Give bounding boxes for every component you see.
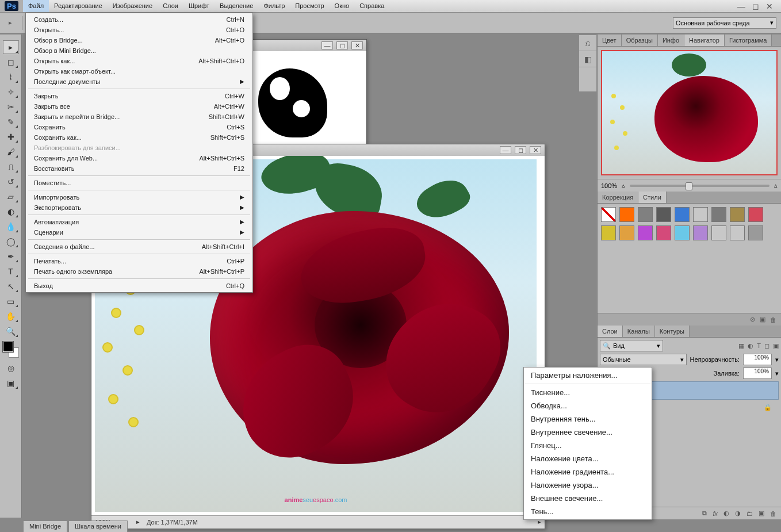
- brush-tool[interactable]: 🖌: [3, 145, 19, 159]
- file-menu-item[interactable]: Открыть как смарт-объект...: [26, 66, 252, 76]
- tab-histogram[interactable]: Гистограмма: [725, 35, 772, 46]
- file-menu-item[interactable]: Создать...Ctrl+N: [26, 14, 252, 25]
- hand-tool[interactable]: ✋: [3, 309, 19, 323]
- file-menu-dropdown[interactable]: Создать...Ctrl+NОткрыть...Ctrl+OОбзор в …: [25, 13, 253, 293]
- style-swatch[interactable]: [748, 225, 763, 240]
- fx-menu-item[interactable]: Наложение цвета...: [524, 452, 652, 465]
- file-menu-item[interactable]: Автоматизация▶: [26, 217, 252, 227]
- styles-new-icon[interactable]: ▣: [760, 316, 765, 323]
- menu-filter[interactable]: Фильтр: [258, 0, 290, 12]
- maximize-icon[interactable]: ◻: [752, 2, 759, 11]
- filter-shape-icon[interactable]: ◻: [764, 342, 769, 350]
- style-swatch[interactable]: [748, 207, 763, 222]
- layer-filter-select[interactable]: 🔍Вид▾: [600, 340, 663, 351]
- marquee-tool[interactable]: ◻: [3, 55, 19, 69]
- file-menu-item[interactable]: Сохранить как...Shift+Ctrl+S: [26, 132, 252, 143]
- quickmask-tool[interactable]: ◎: [3, 361, 19, 375]
- collapsed-panel-strip[interactable]: ⎌ ◧: [579, 35, 597, 92]
- layer-new-icon[interactable]: ▣: [759, 510, 764, 517]
- menu-type[interactable]: Шрифт: [183, 0, 215, 12]
- file-menu-item[interactable]: Сценарии▶: [26, 227, 252, 238]
- fx-menu-item[interactable]: Наложение градиента...: [524, 465, 652, 479]
- history-brush-tool[interactable]: ↺: [3, 175, 19, 189]
- file-menu-item[interactable]: ВыходCtrl+Q: [26, 281, 252, 291]
- menu-select[interactable]: Выделение: [215, 0, 258, 12]
- menu-file[interactable]: Файл: [23, 0, 49, 12]
- tab-mini-bridge[interactable]: Mini Bridge: [23, 520, 67, 532]
- style-swatch[interactable]: [711, 207, 726, 222]
- file-menu-item[interactable]: Экспортировать▶: [26, 202, 252, 213]
- fx-menu-item[interactable]: Внутренняя тень...: [524, 412, 652, 426]
- tab-channels[interactable]: Каналы: [623, 326, 655, 337]
- panel-icon-1[interactable]: ⎌: [579, 35, 596, 51]
- style-swatch[interactable]: [693, 225, 708, 240]
- style-swatch[interactable]: [638, 207, 653, 222]
- style-swatch[interactable]: [638, 225, 653, 240]
- style-swatch[interactable]: [601, 207, 616, 222]
- tab-navigator[interactable]: Навигатор: [684, 35, 725, 46]
- fill-chevron-icon[interactable]: ▾: [775, 370, 779, 377]
- navigator-preview[interactable]: [598, 47, 781, 179]
- blur-tool[interactable]: 💧: [3, 220, 19, 234]
- file-menu-item[interactable]: Сведения о файле...Alt+Shift+Ctrl+I: [26, 242, 252, 252]
- file-menu-item[interactable]: Открыть...Ctrl+O: [26, 25, 252, 35]
- tab-color[interactable]: Цвет: [598, 35, 622, 46]
- path-tool[interactable]: ↖: [3, 280, 19, 293]
- gradient-tool[interactable]: ◐: [3, 205, 19, 219]
- file-menu-item[interactable]: Импортировать▶: [26, 192, 252, 202]
- filter-adjust-icon[interactable]: ◐: [748, 342, 753, 350]
- layer-adjust-icon[interactable]: ◑: [735, 510, 741, 517]
- fx-menu-item[interactable]: Тиснение...: [524, 386, 652, 399]
- zoom-in-icon[interactable]: ▵: [774, 182, 778, 189]
- layer-trash-icon[interactable]: 🗑: [770, 510, 776, 517]
- style-swatch[interactable]: [619, 207, 634, 222]
- file-menu-item[interactable]: Закрыть всеAlt+Ctrl+W: [26, 101, 252, 112]
- fx-menu-item[interactable]: Наложение узора...: [524, 479, 652, 492]
- styles-stop-icon[interactable]: ⊘: [750, 316, 755, 323]
- style-swatch[interactable]: [619, 225, 634, 240]
- style-swatch[interactable]: [675, 225, 690, 240]
- doc2-minimize-icon[interactable]: —: [500, 146, 511, 154]
- filter-smart-icon[interactable]: ▣: [773, 342, 779, 350]
- file-menu-item[interactable]: Обзор в Mini Bridge...: [26, 45, 252, 56]
- doc1-close-icon[interactable]: ✕: [351, 41, 363, 49]
- doc1-minimize-icon[interactable]: —: [321, 41, 333, 49]
- fx-menu-item[interactable]: Внутреннее свечение...: [524, 426, 652, 439]
- filter-type-icon[interactable]: T: [757, 342, 761, 350]
- zoom-out-icon[interactable]: ▵: [622, 182, 625, 189]
- file-menu-item[interactable]: Закрыть и перейти в Bridge...Shift+Ctrl+…: [26, 112, 252, 122]
- file-menu-item[interactable]: СохранитьCtrl+S: [26, 122, 252, 132]
- menu-window[interactable]: Окно: [330, 0, 355, 12]
- healing-tool[interactable]: ✚: [3, 130, 19, 144]
- layer-fx-icon[interactable]: fx: [713, 510, 718, 517]
- opacity-chevron-icon[interactable]: ▾: [775, 356, 779, 363]
- type-tool[interactable]: T: [3, 265, 19, 278]
- menu-image[interactable]: Изображение: [108, 0, 158, 12]
- style-swatch[interactable]: [730, 207, 745, 222]
- tab-swatches[interactable]: Образцы: [622, 35, 658, 46]
- menu-view[interactable]: Просмотр: [290, 0, 329, 12]
- tab-info[interactable]: Инфо: [658, 35, 684, 46]
- fill-input[interactable]: 100%: [743, 368, 772, 379]
- tab-adjustments[interactable]: Коррекция: [598, 192, 638, 203]
- style-swatch[interactable]: [730, 225, 745, 240]
- tab-layers[interactable]: Слои: [598, 326, 623, 337]
- doc1-maximize-icon[interactable]: ◻: [336, 41, 348, 49]
- style-swatch[interactable]: [675, 207, 690, 222]
- style-swatch[interactable]: [656, 225, 671, 240]
- layer-group-icon[interactable]: 🗀: [746, 510, 753, 517]
- blend-mode-select[interactable]: Обычные▾: [600, 354, 687, 365]
- layer-fx-context-menu[interactable]: Параметры наложения...Тиснение...Обводка…: [523, 367, 652, 520]
- tab-timeline[interactable]: Шкала времени: [68, 520, 128, 532]
- menu-help[interactable]: Справка: [354, 0, 389, 12]
- foreground-color[interactable]: [3, 342, 13, 352]
- fx-menu-item[interactable]: Параметры наложения...: [524, 369, 652, 382]
- navigator-zoom-slider[interactable]: [630, 185, 769, 187]
- navigator-zoom-value[interactable]: 100%: [601, 182, 617, 189]
- style-swatch[interactable]: [656, 207, 671, 222]
- panel-icon-2[interactable]: ◧: [579, 51, 596, 67]
- tab-paths[interactable]: Контуры: [655, 326, 690, 337]
- file-menu-item[interactable]: Поместить...: [26, 178, 252, 188]
- style-swatch[interactable]: [711, 225, 726, 240]
- fx-menu-item[interactable]: Внешнее свечение...: [524, 492, 652, 505]
